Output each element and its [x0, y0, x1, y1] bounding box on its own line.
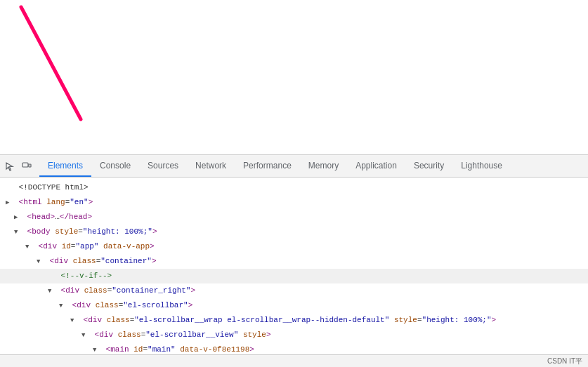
triangle-app[interactable]: ▼: [25, 241, 34, 253]
triangle-head[interactable]: ▶: [14, 211, 22, 224]
triangle-scrollbar[interactable]: ▼: [59, 300, 67, 312]
tab-lighthouse[interactable]: Lighthouse: [452, 155, 511, 177]
triangle-main[interactable]: ▼: [93, 344, 101, 354]
dom-line-body[interactable]: ▼ <body style="height: 100%;">: [0, 225, 588, 239]
triangle-body[interactable]: ▼: [14, 226, 22, 239]
tab-security[interactable]: Security: [405, 155, 452, 177]
dom-line-app[interactable]: ▼ <div id="app" data-v-app>: [0, 239, 588, 254]
devtools-tabs: Elements Console Sources Network Perform…: [39, 155, 511, 177]
triangle-placeholder: [6, 182, 14, 194]
cursor-icon-button[interactable]: [3, 159, 17, 173]
triangle-scrollbar-wrap[interactable]: ▼: [70, 314, 79, 327]
tab-application[interactable]: Application: [347, 155, 405, 177]
dom-line-scrollbar[interactable]: ▼ <div class="el-scrollbar">: [0, 298, 588, 313]
dom-line-container[interactable]: ▼ <div class="container">: [0, 254, 588, 269]
dom-line-scrollbar-wrap[interactable]: ▼ <div class="el-scrollbar__wrap el-scro…: [0, 313, 588, 328]
devtools-toolbar: Elements Console Sources Network Perform…: [0, 155, 588, 178]
tab-performance[interactable]: Performance: [235, 155, 300, 177]
cursor-icon: [5, 161, 15, 171]
dom-line-vif[interactable]: <!--v-if-->: [0, 269, 588, 283]
triangle-placeholder2: [48, 270, 56, 283]
status-bar: CSDN IT平: [0, 354, 588, 367]
devtools-icon-group: [3, 159, 34, 173]
triangle-container[interactable]: ▼: [37, 255, 45, 268]
device-icon-button[interactable]: [20, 159, 34, 173]
svg-rect-1: [29, 164, 31, 167]
dom-line-main[interactable]: ▼ <main id="main" data-v-0f8e1198>: [0, 342, 588, 354]
dom-line-scrollbar-view[interactable]: ▼ <div class="el-scrollbar__view" style>: [0, 328, 588, 342]
tab-console[interactable]: Console: [91, 155, 139, 177]
dom-tree[interactable]: <!DOCTYPE html> ▶ <html lang="en"> ▶ <he…: [0, 178, 588, 354]
tab-sources[interactable]: Sources: [139, 155, 187, 177]
tab-memory[interactable]: Memory: [300, 155, 347, 177]
diagonal-line: [21, 7, 81, 119]
status-bar-text: CSDN IT平: [547, 356, 582, 366]
canvas-area: [0, 0, 588, 154]
devtools-panel: Elements Console Sources Network Perform…: [0, 154, 588, 367]
svg-rect-0: [22, 163, 28, 167]
device-icon: [22, 161, 32, 171]
dom-line-html[interactable]: ▶ <html lang="en">: [0, 195, 588, 210]
canvas-svg: [0, 0, 588, 154]
tab-network[interactable]: Network: [187, 155, 235, 177]
triangle-html[interactable]: ▶: [6, 196, 14, 209]
status-bar-right: CSDN IT平: [547, 356, 582, 366]
triangle-container-right[interactable]: ▼: [48, 285, 56, 298]
dom-line-container-right[interactable]: ▼ <div class="container_right">: [0, 283, 588, 298]
dom-line-doctype[interactable]: <!DOCTYPE html>: [0, 180, 588, 195]
triangle-scrollbar-view[interactable]: ▼: [81, 329, 90, 342]
tab-elements[interactable]: Elements: [39, 155, 91, 177]
dom-line-head[interactable]: ▶ <head>…</head>: [0, 210, 588, 225]
